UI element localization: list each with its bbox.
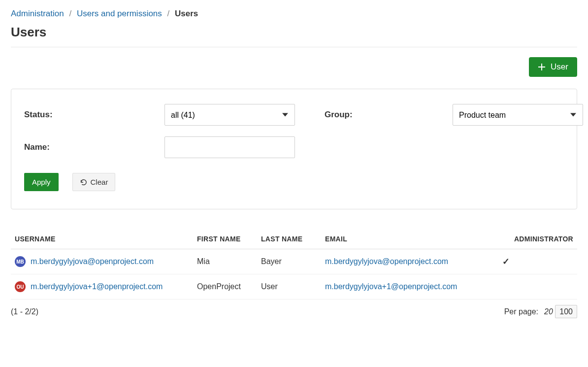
col-email[interactable]: Email	[321, 229, 498, 249]
col-first-name[interactable]: First name	[193, 229, 257, 249]
breadcrumb-link-users-permissions[interactable]: Users and permissions	[77, 9, 162, 18]
pagination-range: (1 - 2/2)	[11, 307, 38, 316]
pagination-bar: (1 - 2/2) Per page: 20 100	[11, 307, 577, 316]
table-row: MBm.berdygylyjova@openproject.comMiaBaye…	[11, 249, 577, 274]
toolbar: User	[11, 57, 577, 77]
per-page: Per page: 20 100	[504, 307, 577, 316]
username-link[interactable]: m.berdygylyjova+1@openproject.com	[31, 282, 163, 291]
breadcrumb-link-administration[interactable]: Administration	[11, 9, 64, 18]
name-label: Name:	[24, 142, 155, 152]
col-username[interactable]: Username	[11, 229, 193, 249]
users-table: Username First name Last name Email Admi…	[11, 229, 577, 300]
status-select[interactable]: all (41)	[164, 104, 295, 126]
clear-button-label: Clear	[91, 178, 108, 186]
page-title: Users	[11, 25, 577, 40]
group-select[interactable]: Product team	[453, 104, 583, 126]
breadcrumb: Administration / Users and permissions /…	[11, 9, 577, 19]
group-select-wrap: Product team	[453, 104, 583, 126]
status-select-wrap: all (41)	[164, 104, 295, 126]
clear-button[interactable]: Clear	[72, 173, 116, 191]
undo-icon	[80, 179, 87, 186]
plus-icon	[538, 63, 546, 71]
username-link[interactable]: m.berdygylyjova@openproject.com	[31, 257, 154, 266]
first-name-cell: OpenProject	[193, 274, 257, 300]
apply-button[interactable]: Apply	[24, 173, 59, 191]
col-last-name[interactable]: Last name	[257, 229, 321, 249]
per-page-option[interactable]: 20	[544, 307, 553, 316]
avatar: MB	[15, 256, 26, 267]
breadcrumb-separator: /	[69, 9, 71, 18]
per-page-option[interactable]: 100	[555, 305, 577, 318]
group-label: Group:	[305, 110, 443, 120]
add-user-button[interactable]: User	[529, 57, 577, 77]
email-link[interactable]: m.berdygylyjova@openproject.com	[325, 257, 448, 266]
breadcrumb-separator: /	[167, 9, 170, 18]
table-row: OUm.berdygylyjova+1@openproject.comOpenP…	[11, 274, 577, 300]
email-link[interactable]: m.berdygylyjova+1@openproject.com	[325, 282, 457, 291]
status-label: Status:	[24, 110, 155, 120]
add-user-button-label: User	[551, 62, 568, 72]
last-name-cell: Bayer	[257, 249, 321, 274]
first-name-cell: Mia	[193, 249, 257, 274]
col-administrator[interactable]: Administrator	[498, 229, 577, 249]
divider	[11, 47, 577, 47]
per-page-label: Per page:	[504, 307, 538, 316]
check-icon: ✓	[502, 257, 510, 267]
name-input[interactable]	[164, 136, 295, 158]
filter-panel: Status: all (41) Group: Product team Nam…	[11, 89, 577, 209]
avatar: OU	[15, 281, 26, 292]
last-name-cell: User	[257, 274, 321, 300]
breadcrumb-current: Users	[175, 9, 198, 18]
